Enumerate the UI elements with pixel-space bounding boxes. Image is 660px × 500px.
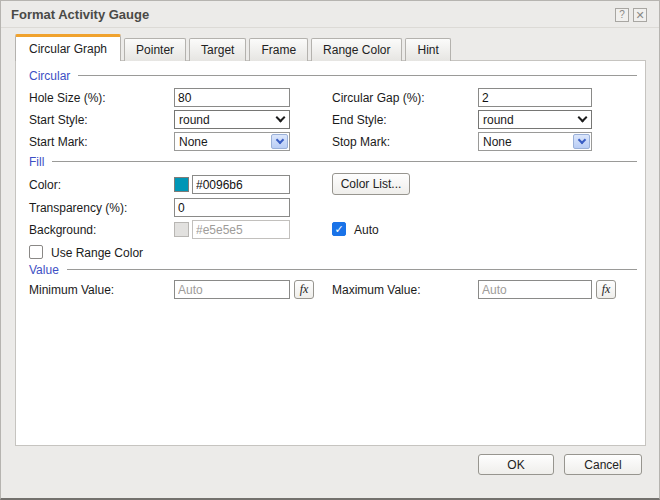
color-swatch[interactable] (174, 177, 189, 192)
title-bar: Format Activity Gauge ? ✕ (1, 1, 659, 28)
end-style-label: End Style: (332, 113, 387, 127)
color-list-button[interactable]: Color List... (332, 173, 410, 195)
color-label: Color: (29, 178, 61, 192)
section-value: Value (29, 262, 637, 277)
maximum-fx-button[interactable]: fx (596, 280, 616, 299)
section-divider (52, 161, 637, 162)
chevron-down-icon (276, 113, 286, 123)
row-background: Background: ✓ Auto (16, 220, 645, 240)
tab-hint[interactable]: Hint (405, 38, 450, 61)
maximum-value-label: Maximum Value: (332, 283, 420, 297)
start-mark-value: None (179, 135, 208, 149)
stop-mark-label: Stop Mark: (332, 135, 390, 149)
section-circular-title: Circular (29, 69, 70, 83)
auto-checkbox-label: Auto (354, 223, 379, 237)
hole-size-label: Hole Size (%): (29, 91, 106, 105)
chevron-down-icon (578, 113, 588, 123)
chevron-down-icon (275, 136, 283, 144)
section-divider (67, 269, 637, 270)
tab-range-color[interactable]: Range Color (311, 38, 402, 61)
maximum-value-input[interactable] (478, 280, 592, 299)
row-hole-size: Hole Size (%): Circular Gap (%): (16, 88, 645, 108)
transparency-input[interactable] (174, 198, 290, 217)
combo-dropdown-button[interactable] (573, 134, 590, 149)
row-use-range-color: Use Range Color (16, 243, 645, 263)
end-style-value: round (483, 113, 514, 127)
ok-button[interactable]: OK (478, 454, 554, 475)
close-icon[interactable]: ✕ (633, 8, 647, 22)
auto-checkbox[interactable]: ✓ (332, 222, 346, 236)
stop-mark-value: None (483, 135, 512, 149)
tab-circular-graph[interactable]: Circular Graph (15, 34, 121, 61)
cancel-button[interactable]: Cancel (564, 454, 642, 475)
start-style-select[interactable]: round (174, 110, 290, 129)
section-divider (78, 75, 637, 76)
format-activity-gauge-dialog: Format Activity Gauge ? ✕ Circular Graph… (0, 0, 660, 500)
circular-graph-panel: Circular Hole Size (%): Circular Gap (%)… (15, 60, 646, 446)
row-color: Color: Color List... (16, 173, 645, 196)
start-style-value: round (179, 113, 210, 127)
circular-gap-input[interactable] (478, 88, 592, 107)
section-circular: Circular (29, 68, 637, 83)
tab-target[interactable]: Target (189, 38, 246, 61)
tab-bar: Circular Graph Pointer Target Frame Rang… (15, 34, 451, 61)
section-fill: Fill (29, 154, 637, 169)
end-style-select[interactable]: round (478, 110, 592, 129)
section-value-title: Value (29, 263, 59, 277)
dialog-title: Format Activity Gauge (11, 7, 149, 22)
combo-dropdown-button[interactable] (271, 134, 288, 149)
transparency-label: Transparency (%): (29, 201, 127, 215)
background-label: Background: (29, 223, 96, 237)
hole-size-input[interactable] (174, 88, 290, 107)
start-mark-select[interactable]: None (174, 132, 290, 151)
stop-mark-select[interactable]: None (478, 132, 592, 151)
circular-gap-label: Circular Gap (%): (332, 91, 425, 105)
tab-frame[interactable]: Frame (249, 38, 308, 61)
use-range-color-label: Use Range Color (51, 246, 143, 260)
tab-pointer[interactable]: Pointer (124, 38, 186, 61)
row-min-max-value: Minimum Value: fx Maximum Value: fx (16, 280, 645, 300)
background-input (192, 220, 290, 239)
row-transparency: Transparency (%): (16, 198, 645, 218)
section-fill-title: Fill (29, 155, 44, 169)
chevron-down-icon (577, 136, 585, 144)
row-start-end-style: Start Style: round End Style: round (16, 110, 645, 130)
background-swatch (174, 222, 189, 237)
color-input[interactable] (192, 175, 290, 194)
minimum-value-label: Minimum Value: (29, 283, 114, 297)
row-start-stop-mark: Start Mark: None Stop Mark: None (16, 132, 645, 152)
start-mark-label: Start Mark: (29, 135, 88, 149)
start-style-label: Start Style: (29, 113, 88, 127)
minimum-value-input[interactable] (174, 280, 290, 299)
help-icon[interactable]: ? (615, 8, 629, 22)
minimum-fx-button[interactable]: fx (294, 280, 314, 299)
use-range-color-checkbox[interactable] (29, 245, 43, 259)
